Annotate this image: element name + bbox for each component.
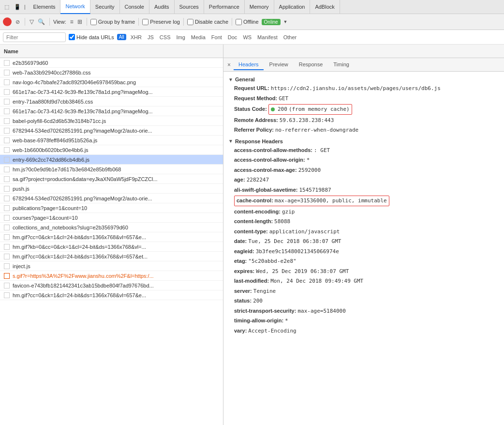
- record-button[interactable]: [3, 17, 12, 26]
- device-icon[interactable]: 📱: [13, 2, 22, 12]
- group-by-frame-checkbox[interactable]: Group by frame: [90, 19, 135, 25]
- file-item-19[interactable]: hm.gif?kb=0&cc=0&ck=1&cl=24-bit&ds=1366x…: [0, 242, 223, 252]
- tab-close-button[interactable]: ×: [225, 61, 233, 68]
- file-item-7[interactable]: 6782944-534ed70262851991.png?imageMogr2/…: [0, 126, 223, 136]
- file-item-12[interactable]: sa.gif?project=production&data=eyJkaXN0a…: [0, 174, 223, 184]
- general-section-arrow[interactable]: ▼: [228, 77, 233, 82]
- response-header-label-5: cache-control:: [237, 197, 273, 203]
- file-item-4[interactable]: entry-71aa880fd9d7cbb38465.css: [0, 97, 223, 106]
- response-header-16: strict-transport-security: max-age=51840…: [228, 307, 499, 316]
- tab-sources[interactable]: Sources: [175, 0, 204, 14]
- tab-network[interactable]: Network: [60, 0, 90, 14]
- tab-timing[interactable]: Timing: [328, 60, 354, 70]
- disable-cache-checkbox[interactable]: Disable cache: [187, 19, 228, 25]
- tab-adblock[interactable]: AdBlock: [310, 0, 340, 14]
- file-item-2[interactable]: nav-logo-4c7bbafe27adc892f3046e6978459ba…: [0, 77, 223, 87]
- response-header-0: access-control-allow-methods: : GET: [228, 146, 499, 155]
- file-name-20: hm.gif?cc=0&ck=1&cl=24-bit&ds=1366x768&v…: [13, 254, 148, 259]
- view-label: View:: [53, 19, 66, 25]
- filter-type-font[interactable]: Font: [210, 33, 223, 41]
- file-item-14[interactable]: 6782944-534ed70262851991.png?imageMogr2/…: [0, 194, 223, 203]
- response-header-label-12: expires:: [234, 268, 254, 274]
- file-item-1[interactable]: web-7aa33b92940cc2f7886b.css: [0, 68, 223, 77]
- file-item-11[interactable]: hm.js?0c0e9d9b1e7d617b3e6842e85b9fb068: [0, 165, 223, 174]
- file-item-16[interactable]: courses?page=1&count=10: [0, 213, 223, 223]
- filter-icon[interactable]: ▽: [29, 17, 35, 26]
- request-method-value: GET: [279, 95, 288, 102]
- tab-response[interactable]: Response: [294, 60, 328, 70]
- devtools-icon[interactable]: ⬚: [2, 2, 12, 12]
- tab-console[interactable]: Console: [120, 0, 149, 14]
- file-item-13[interactable]: push.js: [0, 184, 223, 194]
- filter-input[interactable]: [3, 32, 66, 42]
- view-grid-icon[interactable]: ⊞: [76, 17, 83, 26]
- filter-type-ws[interactable]: WS: [241, 33, 253, 41]
- file-item-18[interactable]: hm.gif?cc=0&ck=1&cl=24-bit&ds=1366x768&v…: [0, 232, 223, 242]
- file-checkbox-23: [4, 283, 10, 288]
- offline-input[interactable]: [236, 19, 242, 25]
- clear-button[interactable]: ⊘: [14, 18, 21, 26]
- file-checkbox-19: [4, 244, 10, 250]
- file-item-20[interactable]: hm.gif?cc=0&ck=1&cl=24-bit&ds=1366x768&v…: [0, 252, 223, 261]
- file-item-9[interactable]: web-1b6600b6020bc90e4bb6.js: [0, 145, 223, 155]
- name-column-header: Name: [0, 45, 223, 58]
- filter-type-manifest[interactable]: Manifest: [256, 33, 279, 41]
- tab-audits[interactable]: Audits: [149, 0, 175, 14]
- file-item-10[interactable]: entry-669c2cc742dd86cb4db6.js: [0, 155, 223, 165]
- filter-type-xhr[interactable]: XHR: [129, 33, 143, 41]
- offline-checkbox[interactable]: Offline: [236, 19, 259, 25]
- file-name-0: e2b356979d60: [13, 60, 48, 66]
- tab-headers[interactable]: Headers: [234, 60, 264, 70]
- file-checkbox-14: [4, 196, 10, 201]
- hide-data-urls-input[interactable]: [69, 34, 75, 40]
- preserve-log-checkbox[interactable]: Preserve log: [142, 19, 180, 25]
- file-item-23[interactable]: favicon-e743bfb1821442341c3ab15bdbe804f7…: [0, 281, 223, 290]
- response-header-18: vary: Accept-Encoding: [228, 327, 499, 335]
- file-item-6[interactable]: babel-polyfill-6cd2d6b53fe3184b71cc.js: [0, 116, 223, 126]
- disable-cache-input[interactable]: [187, 19, 193, 25]
- file-item-24[interactable]: hm.gif?cc=0&ck=1&cl=24-bit&ds=1366x768&v…: [0, 290, 223, 300]
- file-item-3[interactable]: 661e17ac-0c73-4142-9c39-ffe139c78a1d.png…: [0, 87, 223, 97]
- search-icon[interactable]: 🔍: [37, 17, 46, 26]
- tab-preview[interactable]: Preview: [265, 60, 293, 70]
- file-item-8[interactable]: web-base-6978feff846d951b526a.js: [0, 136, 223, 145]
- filter-type-doc[interactable]: Doc: [226, 33, 239, 41]
- tab-application[interactable]: Application: [274, 0, 311, 14]
- online-dropdown-arrow[interactable]: ▼: [283, 19, 288, 24]
- response-header-2: access-control-max-age: 2592000: [228, 166, 499, 175]
- filter-type-css[interactable]: CSS: [158, 33, 172, 41]
- filter-type-img[interactable]: Img: [175, 33, 186, 41]
- group-by-frame-input[interactable]: [90, 19, 97, 25]
- filter-type-js[interactable]: JS: [146, 33, 155, 41]
- view-list-icon[interactable]: ≡: [69, 17, 74, 26]
- filter-badge-all[interactable]: All: [117, 34, 126, 40]
- file-checkbox-4: [4, 99, 10, 105]
- filter-type-media[interactable]: Media: [190, 33, 207, 41]
- tab-performance[interactable]: Performance: [204, 0, 245, 14]
- response-header-value-16: max-age=5184000: [297, 308, 345, 314]
- separator: |: [24, 4, 26, 10]
- file-checkbox-1: [4, 70, 10, 76]
- online-badge: Online: [262, 19, 281, 25]
- tab-memory[interactable]: Memory: [245, 0, 274, 14]
- response-header-label-13: last-modified:: [234, 278, 269, 284]
- file-checkbox-5: [4, 108, 10, 114]
- file-item-15[interactable]: publications?page=1&count=10: [0, 203, 223, 213]
- hide-data-urls-checkbox[interactable]: Hide data URLs: [69, 34, 114, 40]
- response-header-value-10: 3b3fee9c15480021345066974e: [256, 248, 339, 255]
- cache-control-box: cache-control: max-age=31536000, public,…: [234, 196, 389, 206]
- response-header-value-7: 58088: [274, 218, 290, 225]
- file-item-17[interactable]: collections_and_notebooks?slug=e2b356979…: [0, 223, 223, 232]
- file-item-5[interactable]: 661e17ac-0c73-4142-9c39-ffe139c78a1d.png…: [0, 106, 223, 116]
- tab-elements[interactable]: Elements: [29, 0, 61, 14]
- response-header-11: etag: "5c20abbd-e2e8": [228, 257, 499, 266]
- file-item-0[interactable]: e2b356979d60: [0, 58, 223, 68]
- preserve-log-input[interactable]: [142, 19, 148, 25]
- file-item-22[interactable]: s.gif?r=https%3A%2F%2Fwww.jianshu.com%2F…: [0, 271, 223, 281]
- toolbar-divider-6: [232, 18, 232, 26]
- tab-security[interactable]: Security: [90, 0, 120, 14]
- referrer-policy-row: Referrer Policy: no-referrer-when-downgr…: [228, 126, 499, 135]
- filter-type-other[interactable]: Other: [282, 33, 298, 41]
- response-headers-arrow[interactable]: ▼: [228, 138, 233, 144]
- file-item-21[interactable]: inject.js: [0, 261, 223, 271]
